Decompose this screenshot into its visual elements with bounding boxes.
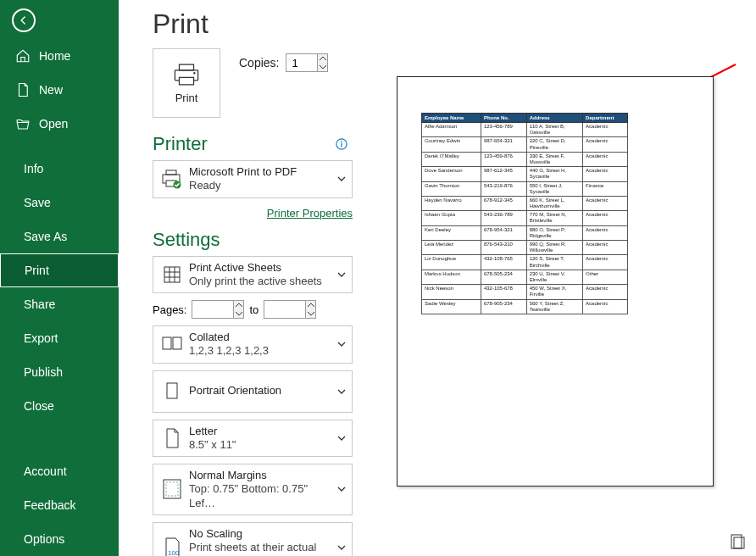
table-header: Address [526,114,582,123]
table-row: Leia Mendez876-543-210990 Q, Street R, W… [422,241,628,255]
sidebar-item-feedback[interactable]: Feedback [0,488,119,522]
svg-rect-2 [180,77,194,85]
table-row: Hayden Navarro678-912-345660 K, Street L… [422,196,628,210]
printer-icon [172,63,201,86]
copies-input[interactable] [286,54,317,71]
svg-text:100: 100 [168,549,180,556]
back-button[interactable] [12,8,36,32]
sidebar-item-print[interactable]: Print [0,253,119,287]
printer-info-icon[interactable] [336,138,347,150]
print-button[interactable]: Print [153,48,220,118]
papersize-dropdown[interactable]: Letter 8.5" x 11" [153,420,353,458]
pages-from-input[interactable] [192,300,244,319]
svg-rect-1 [180,64,194,70]
margins-dropdown[interactable]: Normal Margins Top: 0.75" Bottom: 0.75" … [153,464,353,515]
margins-icon [160,478,184,500]
table-row: Sadie Wesley678-905-234560 Y, Street Z, … [422,299,628,314]
portrait-icon [160,381,184,402]
chevron-down-icon [336,270,347,280]
home-icon [15,48,31,64]
table-row: Dove Sanderson987-612-345440 G, Street H… [422,167,628,181]
scaling-icon: 100 [160,537,184,556]
svg-rect-8 [166,170,176,175]
collation-dropdown[interactable]: Collated 1,2,3 1,2,3 1,2,3 [153,325,353,364]
print-scope-dropdown[interactable]: Print Active Sheets Only print the activ… [153,256,353,294]
sidebar-item-info[interactable]: Info [0,152,119,186]
table-row: Markus Hudson678-505-234230 U, Street V,… [422,270,628,284]
settings-heading: Settings [153,229,353,251]
sidebar-item-publish[interactable]: Publish [0,355,119,389]
preview-page: Employee NamePhone No.AddressDepartment … [397,76,714,486]
svg-rect-13 [173,337,181,349]
svg-rect-20 [731,535,742,548]
svg-rect-16 [166,482,178,496]
table-row: Alfie Adamson123-456-789110 A, Street B,… [422,123,628,137]
page-title: Print [153,8,353,40]
sidebar-item-home[interactable]: Home [0,39,119,73]
printer-properties-link[interactable]: Printer Properties [267,207,353,220]
print-preview-pane: Employee NamePhone No.AddressDepartment … [359,0,756,556]
table-header: Employee Name [422,114,481,123]
sidebar-item-open[interactable]: Open [0,107,119,141]
svg-rect-12 [163,337,171,349]
chevron-down-icon [336,542,347,553]
chevron-down-icon [336,174,347,184]
chevron-down-icon [336,484,347,494]
copies-spinner[interactable] [286,53,328,72]
svg-point-5 [341,142,342,143]
sidebar-item-account[interactable]: Account [0,454,119,488]
scaling-dropdown[interactable]: 100 No Scaling Print sheets at their act… [153,522,353,556]
sidebar-item-save[interactable]: Save [0,186,119,220]
table-header: Phone No. [481,114,526,123]
document-icon [15,82,31,97]
sidebar-item-export[interactable]: Export [0,321,119,355]
copies-up[interactable] [318,54,327,63]
table-row: Liz Donoghue432-108-765120 S, Street T, … [422,255,628,270]
preview-table: Employee NamePhone No.AddressDepartment … [421,113,628,314]
sidebar-item-share[interactable]: Share [0,287,119,321]
zoom-to-page-icon[interactable] [731,534,746,549]
orientation-dropdown[interactable]: Portrait Orientation [153,370,353,413]
sheets-icon [160,264,184,285]
sidebar-item-options[interactable]: Options [0,522,119,556]
table-row: Keri Deeley678-954-321880 O, Street P, R… [422,225,628,240]
chevron-down-icon [336,386,347,397]
chevron-down-icon [336,339,347,349]
svg-point-3 [193,72,195,74]
folder-open-icon [15,116,31,131]
page-icon [160,427,184,449]
svg-rect-11 [164,267,180,282]
table-row: Nick Neeson432-105-678450 W, Street X, F… [422,285,628,299]
pages-to-input[interactable] [264,300,316,319]
table-row: Derek O'Malley123-459-876330 E, Street F… [422,152,628,166]
printer-status: Ready [189,179,336,192]
printer-ready-icon [160,169,184,189]
table-header: Department [583,114,628,123]
svg-rect-14 [167,383,177,398]
sidebar-item-saveas[interactable]: Save As [0,220,119,253]
printer-dropdown[interactable]: Microsoft Print to PDF Ready [153,160,353,198]
copies-label: Copies: [239,56,279,70]
svg-rect-21 [734,537,744,548]
pages-label: Pages: [153,303,186,316]
svg-rect-6 [341,143,342,147]
printer-name: Microsoft Print to PDF [189,165,336,179]
collated-icon [160,335,184,353]
print-settings-pane: Print Print Copies: [119,0,359,556]
table-row: Courtney Edwin987-654-321220 C, Street D… [422,137,628,152]
chevron-down-icon [336,433,347,443]
sidebar-item-new[interactable]: New [0,73,119,107]
backstage-sidebar: Home New Open Info Save Save As Print Sh… [0,0,119,556]
table-row: Ishaan Gupta543-236-789770 M, Street N, … [422,211,628,225]
printer-heading: Printer [153,133,353,155]
table-row: Gavin Thornton543-219-876550 I, Street J… [422,181,628,196]
copies-down[interactable] [318,63,327,71]
sidebar-item-close[interactable]: Close [0,389,119,423]
